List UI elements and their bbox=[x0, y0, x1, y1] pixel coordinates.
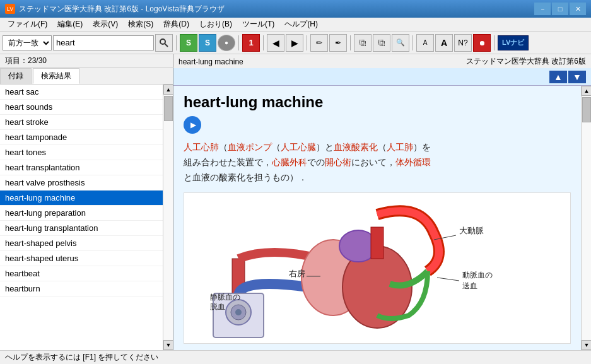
content-scroll-track[interactable] bbox=[582, 96, 591, 340]
venous-label: 静脈血の bbox=[210, 293, 240, 302]
minimize-button[interactable]: － bbox=[534, 3, 551, 15]
text-link-6: 心臓外科 bbox=[272, 157, 307, 167]
tab-appendix[interactable]: 付録 bbox=[0, 68, 32, 84]
svg-text:送血: 送血 bbox=[462, 281, 477, 290]
btn-1[interactable]: 1 bbox=[242, 34, 260, 52]
entry-text: 人工心肺（血液ポンプ（人工心臓）と血液酸素化（人工肺）を 組み合わせた装置で，心… bbox=[184, 140, 571, 185]
list-item[interactable]: heart-shaped uterus bbox=[0, 251, 163, 266]
logo-badge: LVナビ bbox=[498, 35, 529, 50]
btn-record[interactable]: ⏺ bbox=[473, 34, 491, 52]
svg-point-12 bbox=[235, 309, 242, 315]
info-bar: 項目：23/30 heart-lung machine ステッドマン医学大辞典 … bbox=[0, 54, 591, 68]
list-item[interactable]: heart-lung preparation bbox=[0, 206, 163, 221]
list-item[interactable]: heartburn bbox=[0, 281, 163, 296]
content-scrollbar: ▲ ▼ bbox=[581, 86, 591, 350]
match-type-select[interactable]: 前方一致 完全一致 後方一致 全文検索 bbox=[3, 35, 52, 50]
menu-edit[interactable]: 編集(E) bbox=[52, 18, 88, 31]
list-item-selected[interactable]: heart-lung machine bbox=[0, 191, 163, 206]
item-count: 項目：23/30 bbox=[0, 54, 173, 68]
btn-font-small[interactable]: A bbox=[416, 34, 434, 52]
close-button[interactable]: ✕ bbox=[570, 3, 586, 15]
text-link-4: 血液酸素化 bbox=[334, 142, 378, 152]
list-item[interactable]: heart sounds bbox=[0, 100, 163, 115]
play-audio-btn[interactable] bbox=[184, 116, 201, 134]
nav-forward[interactable]: ▶ bbox=[286, 34, 303, 52]
text-link-3: 人工心臓 bbox=[281, 142, 316, 152]
right-atrium-label: 右房 bbox=[289, 269, 305, 278]
list-item[interactable]: heart valve prosthesis bbox=[0, 175, 163, 191]
list-item[interactable]: heart tones bbox=[0, 145, 163, 160]
btn-copy2[interactable]: ⿻ bbox=[373, 34, 390, 52]
tab-bar: 付録 検索結果 bbox=[0, 68, 173, 85]
heart-diagram: 大動脈 右房 動脈血の 送血 静脈血の 脱血 bbox=[184, 192, 571, 344]
scroll-thumb[interactable] bbox=[164, 96, 173, 121]
tab-results[interactable]: 検索結果 bbox=[33, 68, 79, 84]
status-text: ヘルプを表示するには [F1] を押してください bbox=[5, 352, 158, 363]
menu-tools[interactable]: ツール(T) bbox=[237, 18, 279, 31]
text-link-1: 人工心肺 bbox=[184, 142, 219, 152]
list-scrollbar: ▲ ▼ bbox=[163, 85, 173, 350]
text-link-7: 開心術 bbox=[325, 157, 351, 167]
svg-point-0 bbox=[160, 39, 165, 44]
left-panel: 付録 検索結果 heart sac heart sounds heart str… bbox=[0, 68, 173, 350]
btn-s1[interactable]: S bbox=[180, 34, 197, 52]
scroll-up-btn[interactable]: ▲ bbox=[163, 85, 173, 95]
text-link-8: 体外循環 bbox=[395, 157, 431, 167]
list-item[interactable]: heart-lung transplantation bbox=[0, 221, 163, 236]
menu-search[interactable]: 検索(S) bbox=[123, 18, 158, 31]
window-title: ステッドマン医学大辞典 改訂第6版 - LogoVista辞典ブラウザ bbox=[19, 4, 225, 15]
right-panel: ▲ ▼ heart-lung machine 人工心肺（血液ポンプ（人工心臓）と… bbox=[173, 68, 591, 350]
list-item[interactable]: heart stroke bbox=[0, 115, 163, 130]
arterial-label: 動脈血の bbox=[462, 271, 493, 279]
btn-copy1[interactable]: ⿻ bbox=[354, 34, 372, 52]
svg-rect-8 bbox=[371, 227, 383, 259]
separator-7 bbox=[494, 35, 494, 50]
btn-pencil2[interactable]: ✒ bbox=[329, 34, 347, 52]
text-link-5: 人工肺 bbox=[387, 142, 413, 152]
separator-2 bbox=[238, 35, 239, 50]
main-layout: 付録 検索結果 heart sac heart sounds heart str… bbox=[0, 68, 591, 350]
content-scroll-thumb[interactable] bbox=[582, 97, 591, 122]
entry-tab-label: heart-lung machine bbox=[178, 57, 243, 66]
list-item[interactable]: heart-shaped pelvis bbox=[0, 236, 163, 251]
list-item[interactable]: heartbeat bbox=[0, 266, 163, 281]
list-item[interactable]: heart tamponade bbox=[0, 130, 163, 145]
list-item[interactable]: heart transplantation bbox=[0, 160, 163, 175]
entry-header: heart-lung machine ステッドマン医学大辞典 改訂第6版 bbox=[173, 54, 591, 69]
menu-file[interactable]: ファイル(F) bbox=[3, 18, 52, 31]
btn-pencil1[interactable]: ✏ bbox=[310, 34, 328, 52]
separator-6 bbox=[413, 35, 413, 50]
search-button[interactable] bbox=[155, 34, 173, 52]
btn-zoom[interactable]: 🔍 bbox=[392, 34, 409, 52]
svg-line-1 bbox=[165, 44, 168, 47]
btn-s2[interactable]: S bbox=[199, 34, 216, 52]
menubar: ファイル(F) 編集(E) 表示(V) 検索(S) 辞典(D) しおり(B) ツ… bbox=[0, 18, 591, 32]
btn-question[interactable]: N? bbox=[454, 34, 472, 52]
toolbar: 前方一致 完全一致 後方一致 全文検索 S S ● 1 ◀ ▶ ✏ ✒ ⿻ ⿻ … bbox=[0, 32, 591, 54]
scroll-down-btn[interactable]: ▼ bbox=[163, 340, 173, 350]
scroll-track[interactable] bbox=[163, 95, 173, 340]
nav-back[interactable]: ◀ bbox=[267, 34, 284, 52]
content-scroll-down[interactable]: ▼ bbox=[582, 340, 591, 350]
entry-content: heart-lung machine 人工心肺（血液ポンプ（人工心臓）と血液酸素… bbox=[173, 86, 581, 350]
btn-round[interactable]: ● bbox=[218, 35, 235, 51]
menu-bookmark[interactable]: しおり(B) bbox=[194, 18, 237, 31]
separator-5 bbox=[350, 35, 351, 50]
app-icon: LV bbox=[5, 4, 15, 14]
content-scroll-up[interactable]: ▲ bbox=[582, 86, 591, 96]
statusbar: ヘルプを表示するには [F1] を押してください bbox=[0, 350, 591, 364]
menu-help[interactable]: ヘルプ(H) bbox=[279, 18, 323, 31]
aorta-label: 大動脈 bbox=[459, 226, 484, 235]
entry-title: heart-lung machine bbox=[184, 93, 571, 111]
menu-dict[interactable]: 辞典(D) bbox=[158, 18, 194, 31]
btn-font-large[interactable]: A bbox=[435, 34, 453, 52]
menu-view[interactable]: 表示(V) bbox=[88, 18, 123, 31]
list-item[interactable]: heart sac bbox=[0, 85, 163, 100]
maximize-button[interactable]: □ bbox=[552, 3, 568, 15]
search-input[interactable] bbox=[53, 35, 154, 50]
separator-1 bbox=[176, 35, 177, 50]
text-link-2: 血液ポンプ bbox=[228, 142, 272, 152]
entry-prev-btn[interactable]: ▲ bbox=[549, 71, 567, 83]
titlebar: LV ステッドマン医学大辞典 改訂第6版 - LogoVista辞典ブラウザ －… bbox=[0, 0, 591, 18]
entry-next-btn[interactable]: ▼ bbox=[568, 71, 586, 83]
